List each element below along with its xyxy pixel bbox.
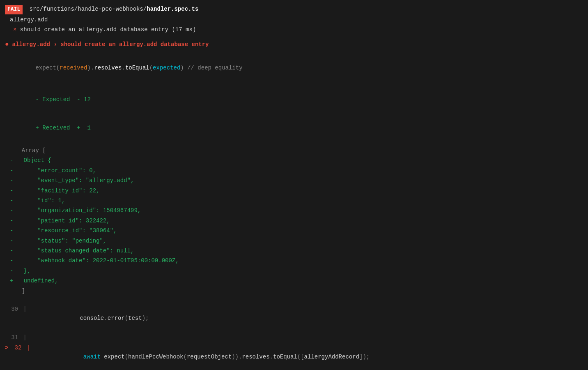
diff-status: - "status": "pending", <box>5 236 106 245</box>
file-path: src/functions/handle-pcc-webhooks/ <box>26 5 147 14</box>
array-close: ] <box>5 287 25 296</box>
diff-webhook-date-line: - "webhook_date": 2022-01-01T05:00:00.00… <box>0 256 588 266</box>
diff-facility-id: - "facility_id": 22, <box>5 186 99 195</box>
test-fail-mark: × <box>5 25 16 34</box>
diff-status-changed: - "status_changed_date": null, <box>5 246 134 255</box>
diff-received-label: Received <box>42 125 70 131</box>
diff-error-count: - "error_count": 0, <box>5 166 96 175</box>
file-bold: handler.spec.ts <box>147 5 198 14</box>
line-num-30: 30 <box>5 305 18 314</box>
line-pipe-30: | <box>20 305 27 314</box>
expect-close: ). <box>87 65 94 71</box>
terminal: FAIL src/functions/handle-pcc-webhooks/h… <box>0 0 588 370</box>
diff-id: - "id": 1, <box>5 196 65 205</box>
diff-patient-id-line: - "patient_id": 322422, <box>0 216 588 226</box>
line-pipe-31: | <box>20 333 27 342</box>
diff-obj-open-line: - Object { <box>0 155 588 165</box>
diff-obj-close: - }, <box>5 266 30 275</box>
diff-resource-id-line: - "resource_id": "38064", <box>0 226 588 236</box>
expected-word: expected <box>153 65 180 71</box>
array-open: Array [ <box>5 146 46 155</box>
arrow-indicator: > <box>5 343 8 352</box>
diff-resource-id: - "resource_id": "38064", <box>5 226 117 235</box>
diff-status-line: - "status": "pending", <box>0 236 588 246</box>
code-content-30: console.error(test); <box>32 305 149 332</box>
resolves-method: resolves <box>94 65 122 71</box>
diff-obj-open: - Object { <box>5 156 51 165</box>
diff-received-line: + Received + 1 <box>0 114 588 142</box>
test-fail-line: × should create an allergy.add database … <box>0 25 588 35</box>
expect-prefix: expect(received).resolves.toEqual(expect… <box>5 54 243 82</box>
diff-facility-id-line: - "facility_id": 22, <box>0 186 588 196</box>
diff-expected-content: - Expected - 12 <box>5 86 91 113</box>
received-word: received <box>60 65 87 71</box>
code-line-30: 30 | console.error(test); <box>0 304 588 333</box>
suite-name-line: allergy.add <box>0 15 588 25</box>
diff-event-type: - "event_type": "allergy.add", <box>5 176 134 185</box>
line-num-32: 32 <box>8 343 21 352</box>
code-content-32: await expect(handlePccWebhook(requestObj… <box>35 343 370 370</box>
diff-received-content: + Received + 1 <box>5 114 91 142</box>
error-header: ● allergy.add › should create an allergy… <box>0 38 588 51</box>
red-dot: ● <box>5 41 9 48</box>
diff-expected-line: - Expected - 12 <box>0 86 588 114</box>
diff-error-count-line: - "error_count": 0, <box>0 166 588 176</box>
diff-status-changed-line: - "status_changed_date": null, <box>0 246 588 256</box>
test-name: should create an allergy.add database en… <box>16 25 196 34</box>
fail-header-line: FAIL src/functions/handle-pcc-webhooks/h… <box>0 4 588 15</box>
diff-id-line: - "id": 1, <box>0 196 588 206</box>
diff-event-type-line: - "event_type": "allergy.add", <box>0 176 588 185</box>
diff-undefined: + undefined, <box>5 276 58 285</box>
array-close-line: ] <box>0 286 588 296</box>
diff-expected-label: Expected <box>42 96 70 103</box>
expect-line: expect(received).resolves.toEqual(expect… <box>0 54 588 82</box>
toequal-method: toEqual <box>125 65 149 71</box>
diff-plus-sign: + <box>35 125 42 131</box>
diff-patient-id: - "patient_id": 322422, <box>5 216 110 225</box>
diff-minus-sign: - <box>35 96 42 103</box>
code-line-32: > 32 | await expect(handlePccWebhook(req… <box>0 343 588 370</box>
line-pipe-32: | <box>23 343 30 352</box>
suite-name: allergy.add <box>5 15 48 24</box>
diff-webhook-date: - "webhook_date": 2022-01-01T05:00:00.00… <box>5 256 179 265</box>
diff-org-id: - "organization_id": 1504967499, <box>5 206 141 215</box>
diff-obj-close-line: - }, <box>0 266 588 276</box>
diff-org-id-line: - "organization_id": 1504967499, <box>0 206 588 215</box>
fail-badge: FAIL <box>5 5 23 14</box>
expect-word: expect( <box>35 65 60 71</box>
code-line-31: 31 | <box>0 333 588 342</box>
array-open-line: Array [ <box>0 146 588 155</box>
error-text: allergy.add › should create an allergy.a… <box>12 41 209 48</box>
code-section: 30 | console.error(test); 31 | > 32 | aw… <box>0 299 588 370</box>
diff-undefined-line: + undefined, <box>0 276 588 286</box>
line-num-31: 31 <box>5 333 18 342</box>
